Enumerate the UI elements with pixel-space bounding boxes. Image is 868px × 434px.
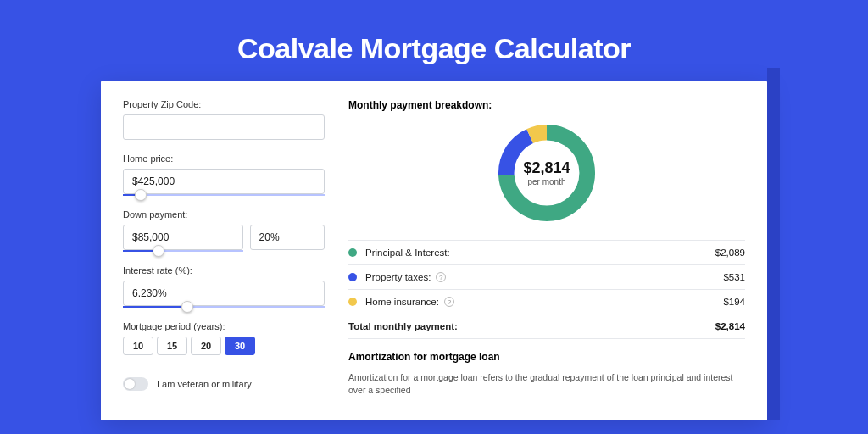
period-options: 10152030 xyxy=(123,337,325,355)
legend-total-value: $2,814 xyxy=(715,321,745,331)
page-title: Coalvale Mortgage Calculator xyxy=(0,32,868,65)
legend-value: $531 xyxy=(723,272,745,282)
form-column: Property Zip Code: Home price: Down paym… xyxy=(123,99,325,420)
veteran-toggle[interactable] xyxy=(123,377,148,391)
legend-row: Principal & Interest:$2,089 xyxy=(348,241,745,265)
legend-row: Property taxes:?$531 xyxy=(348,265,745,290)
period-option-30[interactable]: 30 xyxy=(225,337,255,355)
calculator-panel: Property Zip Code: Home price: Down paym… xyxy=(101,81,767,420)
breakdown-column: Monthly payment breakdown: $2,814 per mo… xyxy=(348,99,745,420)
legend-total-name: Total monthly payment: xyxy=(348,321,458,331)
price-input[interactable] xyxy=(123,169,325,194)
rate-slider[interactable] xyxy=(123,304,325,308)
zip-input[interactable] xyxy=(123,114,325,140)
veteran-label: I am veteran or military xyxy=(157,379,252,389)
info-icon[interactable]: ? xyxy=(436,272,446,282)
legend-dot xyxy=(348,248,357,257)
donut-center-value: $2,814 xyxy=(523,159,570,177)
period-group: Mortgage period (years): 10152030 xyxy=(123,321,325,355)
period-option-20[interactable]: 20 xyxy=(191,337,221,355)
legend-name: Principal & Interest: xyxy=(365,248,450,258)
period-option-15[interactable]: 15 xyxy=(157,337,187,355)
donut-chart: $2,814 per month xyxy=(348,120,745,226)
legend-total-row: Total monthly payment:$2,814 xyxy=(348,314,745,339)
zip-group: Property Zip Code: xyxy=(123,99,325,140)
veteran-toggle-row: I am veteran or military xyxy=(123,377,325,391)
legend-value: $194 xyxy=(723,297,745,307)
donut-center-sub: per month xyxy=(527,177,565,186)
period-option-10[interactable]: 10 xyxy=(123,337,153,355)
down-amount-input[interactable] xyxy=(123,225,243,250)
down-label: Down payment: xyxy=(123,209,325,220)
amortization-body: Amortization for a mortgage loan refers … xyxy=(348,371,745,396)
rate-input[interactable] xyxy=(123,281,325,306)
amortization-title: Amortization for mortgage loan xyxy=(348,351,745,363)
info-icon[interactable]: ? xyxy=(444,297,454,307)
legend-dot xyxy=(348,273,357,281)
zip-label: Property Zip Code: xyxy=(123,99,325,109)
legend-name: Property taxes: xyxy=(365,272,431,282)
legend-value: $2,089 xyxy=(715,248,745,258)
panel-shadow xyxy=(767,68,780,420)
breakdown-title: Monthly payment breakdown: xyxy=(348,99,745,111)
legend-name: Home insurance: xyxy=(365,297,439,307)
amortization-section: Amortization for mortgage loan Amortizat… xyxy=(348,351,745,396)
legend-row: Home insurance:?$194 xyxy=(348,290,745,314)
rate-label: Interest rate (%): xyxy=(123,265,325,275)
hero: Coalvale Mortgage Calculator xyxy=(0,0,868,81)
legend-dot xyxy=(348,298,357,306)
down-slider[interactable] xyxy=(123,248,243,252)
period-label: Mortgage period (years): xyxy=(123,321,325,331)
price-label: Home price: xyxy=(123,153,325,164)
price-slider[interactable] xyxy=(123,192,325,196)
rate-group: Interest rate (%): xyxy=(123,265,325,308)
legend: Principal & Interest:$2,089Property taxe… xyxy=(348,240,745,339)
down-percent-input[interactable] xyxy=(250,225,325,250)
price-group: Home price: xyxy=(123,153,325,196)
down-group: Down payment: xyxy=(123,209,325,252)
